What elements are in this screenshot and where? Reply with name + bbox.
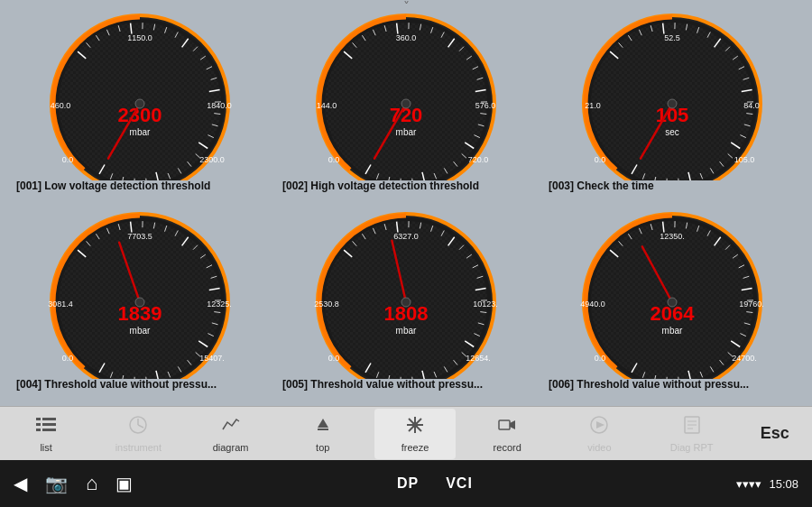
diagrpt-label: Diag RPT xyxy=(670,442,714,453)
svg-rect-304 xyxy=(499,420,510,429)
gauge-cell-002: 360.0 144.0 576.0 0.0 720.0 720 mbar [00… xyxy=(275,9,537,203)
bottom-right: ▾▾▾▾ 15:08 xyxy=(736,477,798,491)
freeze-label: freeze xyxy=(401,442,429,453)
svg-point-303 xyxy=(412,422,418,428)
top-icon xyxy=(313,415,333,440)
svg-line-178 xyxy=(146,377,147,379)
svg-marker-305 xyxy=(510,420,515,429)
svg-text:576.0: 576.0 xyxy=(475,101,496,110)
svg-rect-293 xyxy=(42,429,56,431)
dp-logo: DP xyxy=(397,475,419,492)
svg-point-47 xyxy=(135,99,144,108)
gauge-label-002: [002] High voltage detection threshold xyxy=(275,180,537,192)
svg-text:4940.0: 4940.0 xyxy=(580,300,605,309)
signal-icon: ▾▾▾▾ xyxy=(736,477,761,491)
svg-text:6327.0: 6327.0 xyxy=(393,232,419,241)
svg-marker-307 xyxy=(596,421,604,429)
svg-text:0.0: 0.0 xyxy=(595,354,606,363)
svg-text:1150.0: 1150.0 xyxy=(127,33,152,42)
gauge-label-003: [003] Check the time xyxy=(541,180,803,192)
svg-rect-292 xyxy=(36,429,41,431)
svg-text:3081.4: 3081.4 xyxy=(48,300,73,309)
toolbar-instrument[interactable]: instrument xyxy=(97,409,179,459)
svg-text:84.0: 84.0 xyxy=(743,101,760,110)
svg-text:0.0: 0.0 xyxy=(62,155,74,164)
diagrpt-icon xyxy=(682,415,702,440)
home-button[interactable]: ⌂ xyxy=(86,472,97,495)
toolbar-record[interactable]: record xyxy=(466,409,548,459)
gauge-003: 52.5 21.0 84.0 0.0 105.0 105 sec xyxy=(568,9,776,176)
top-label: top xyxy=(316,442,329,453)
gauge-006: 12350. 4940.0 19760. 0.0 24700. 2064 mba… xyxy=(568,207,776,374)
instrument-icon xyxy=(128,415,148,440)
esc-button[interactable]: Esc xyxy=(743,424,807,443)
toolbar-top[interactable]: top xyxy=(282,409,364,459)
gauge-005: 6327.0 2530.8 10123. 0.0 12654. 1808 mba… xyxy=(302,207,510,374)
gauge-grid: 1150.0 460.0 1840.0 0.0 2300.0 2300 mbar… xyxy=(0,0,812,406)
freeze-icon xyxy=(405,415,425,440)
gauge-001: 1150.0 460.0 1840.0 0.0 2300.0 2300 mbar xyxy=(36,9,244,176)
svg-line-296 xyxy=(138,425,143,428)
toolbar: listinstrumentdiagramtopfreezerecordvide… xyxy=(0,406,812,460)
bottom-center: DP VCI xyxy=(397,475,473,492)
toolbar-diagram[interactable]: diagram xyxy=(190,409,272,459)
toolbar-list[interactable]: list xyxy=(5,409,87,459)
gauge-002: 360.0 144.0 576.0 0.0 720.0 720 mbar xyxy=(302,9,510,176)
svg-rect-298 xyxy=(318,429,328,430)
svg-text:mbar: mbar xyxy=(396,326,417,336)
bottom-bar: ◀ 📷 ⌂ ▣ DP VCI ▾▾▾▾ 15:08 xyxy=(0,460,812,507)
svg-text:2300.0: 2300.0 xyxy=(199,155,225,164)
svg-point-287 xyxy=(668,298,677,307)
svg-point-143 xyxy=(668,99,677,108)
svg-marker-297 xyxy=(318,419,328,428)
svg-rect-289 xyxy=(42,418,56,420)
toolbar-diagrpt[interactable]: Diag RPT xyxy=(651,409,733,459)
gauge-cell-003: 52.5 21.0 84.0 0.0 105.0 105 sec [003] C… xyxy=(541,9,803,203)
top-chevron[interactable]: ˅ xyxy=(403,0,410,13)
svg-line-34 xyxy=(146,179,147,180)
time-display: 15:08 xyxy=(769,477,798,491)
vci-logo: VCI xyxy=(446,475,473,492)
diagram-icon xyxy=(221,415,241,440)
list-label: list xyxy=(40,442,51,453)
video-icon xyxy=(589,415,609,440)
back-button[interactable]: ◀ xyxy=(14,473,27,494)
camera-button[interactable]: 📷 xyxy=(45,473,68,494)
svg-text:1840.0: 1840.0 xyxy=(207,101,232,110)
gauge-label-005: [005] Threshold value without pressu... xyxy=(275,378,537,391)
toolbar-freeze[interactable]: freeze xyxy=(374,409,456,459)
window-button[interactable]: ▣ xyxy=(115,473,133,494)
svg-text:mbar: mbar xyxy=(130,326,151,336)
svg-text:12325.: 12325. xyxy=(207,300,232,309)
svg-text:7703.5: 7703.5 xyxy=(127,232,152,241)
video-label: video xyxy=(587,442,611,453)
bottom-left: ◀ 📷 ⌂ ▣ xyxy=(14,472,133,495)
svg-text:52.5: 52.5 xyxy=(664,33,680,42)
svg-text:460.0: 460.0 xyxy=(51,101,71,110)
svg-text:mbar: mbar xyxy=(662,326,683,336)
toolbar-video[interactable]: video xyxy=(558,409,640,459)
svg-line-82 xyxy=(412,179,413,180)
svg-text:144.0: 144.0 xyxy=(317,101,337,110)
svg-text:12654.: 12654. xyxy=(466,354,491,363)
record-label: record xyxy=(494,442,521,453)
svg-line-274 xyxy=(678,377,679,379)
gauge-cell-005: 6327.0 2530.8 10123. 0.0 12654. 1808 mba… xyxy=(275,207,537,401)
svg-text:105.0: 105.0 xyxy=(734,155,755,164)
svg-point-239 xyxy=(401,298,411,307)
svg-text:2530.8: 2530.8 xyxy=(314,300,339,309)
record-icon xyxy=(497,415,517,440)
svg-text:mbar: mbar xyxy=(396,127,417,137)
svg-line-130 xyxy=(678,179,679,180)
gauge-cell-001: 1150.0 460.0 1840.0 0.0 2300.0 2300 mbar… xyxy=(9,9,271,203)
svg-rect-291 xyxy=(42,423,56,426)
gauge-label-001: [001] Low voltage detection threshold xyxy=(9,180,271,192)
gauge-cell-004: 7703.5 3081.4 12325. 0.0 15407. 1839 mba… xyxy=(9,207,271,401)
svg-text:10123.: 10123. xyxy=(473,300,498,309)
svg-text:0.0: 0.0 xyxy=(595,155,606,164)
gauge-label-006: [006] Threshold value without pressu... xyxy=(541,378,803,391)
svg-line-226 xyxy=(412,377,413,379)
gauge-004: 7703.5 3081.4 12325. 0.0 15407. 1839 mba… xyxy=(36,207,244,374)
svg-rect-288 xyxy=(36,418,41,420)
svg-text:mbar: mbar xyxy=(130,127,151,137)
